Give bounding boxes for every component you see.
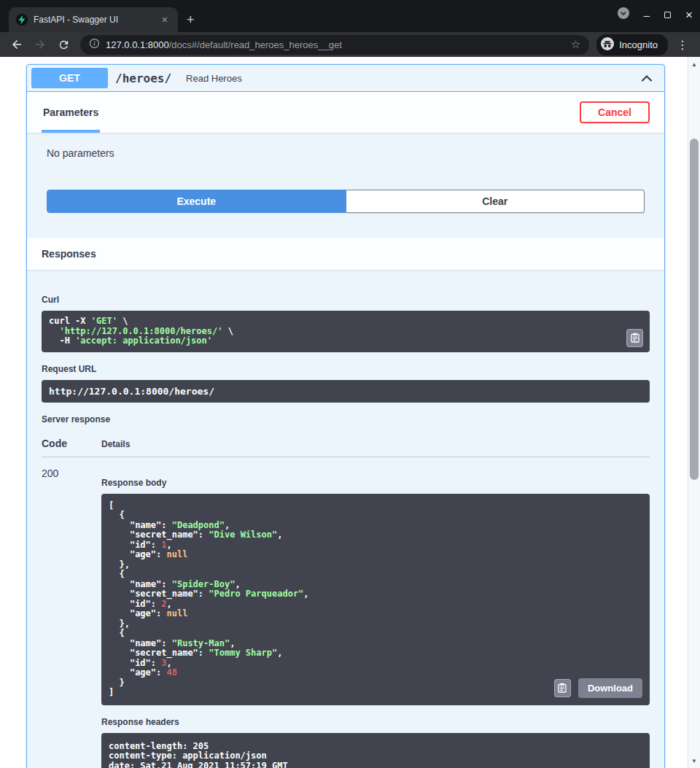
responses-body: Curl curl -X 'GET' \ 'http://127.0.0.1:8…	[27, 270, 664, 768]
clipboard-icon	[558, 683, 567, 693]
tab-bar: FastAPI - Swagger UI × + – ×	[0, 0, 700, 32]
incognito-label: Incognito	[619, 39, 658, 50]
new-tab-button[interactable]: +	[178, 7, 203, 32]
request-url-text: http://127.0.0.1:8000/heroes/	[49, 386, 642, 397]
page-content: GET /heroes/ Read Heroes Parameters Canc…	[0, 57, 700, 768]
fastapi-favicon-icon	[16, 14, 28, 26]
address-bar[interactable]: 127.0.0.1:8000/docs#/default/read_heroes…	[80, 35, 589, 55]
parameters-title: Parameters	[42, 92, 100, 133]
maximize-button[interactable]	[664, 8, 671, 21]
status-code: 200	[42, 466, 101, 479]
response-headers-text: content-length: 205 content-type: applic…	[109, 742, 642, 768]
response-headers-label: Response headers	[101, 717, 650, 727]
browser-tab[interactable]: FastAPI - Swagger UI ×	[9, 7, 178, 32]
response-table-row: 200 Response body [ { "name": "Deadpond"…	[42, 457, 650, 768]
opblock-summary[interactable]: GET /heroes/ Read Heroes	[27, 65, 664, 92]
response-table-header: Code Details	[42, 430, 650, 457]
tab-close-icon[interactable]: ×	[159, 13, 171, 26]
minimize-button[interactable]: –	[644, 9, 650, 20]
cancel-button[interactable]: Cancel	[580, 101, 650, 123]
url-text: 127.0.0.1:8000/docs#/default/read_heroes…	[106, 39, 565, 50]
copy-response-button[interactable]	[554, 679, 571, 697]
scroll-down-icon[interactable]: ▼	[688, 755, 700, 767]
response-body-controls: Download	[554, 678, 642, 698]
reload-button[interactable]	[54, 35, 73, 54]
back-button[interactable]	[7, 35, 26, 54]
menu-icon[interactable]: ⋮	[672, 38, 693, 52]
download-button[interactable]: Download	[578, 678, 642, 698]
response-body-block: [ { "name": "Deadpond", "secret_name": "…	[101, 494, 650, 705]
request-url-block: http://127.0.0.1:8000/heroes/	[42, 380, 650, 403]
url-path: /docs#/default/read_heroes_heroes__get	[169, 39, 342, 50]
method-badge: GET	[31, 68, 108, 88]
server-response-label: Server response	[42, 414, 650, 424]
site-info-icon[interactable]	[89, 38, 100, 52]
parameters-body: No parameters Execute Clear	[27, 133, 664, 238]
scroll-up-icon[interactable]: ▲	[688, 58, 700, 70]
responses-header: Responses	[27, 238, 664, 270]
clipboard-icon	[631, 333, 639, 343]
incognito-badge: Incognito	[596, 34, 668, 55]
response-headers-block: content-length: 205 content-type: applic…	[101, 733, 650, 768]
forward-button[interactable]	[31, 35, 50, 54]
search-tabs-icon[interactable]	[618, 7, 629, 22]
response-body-label: Response body	[101, 478, 650, 488]
request-url-label: Request URL	[42, 364, 650, 374]
bookmark-star-icon[interactable]: ☆	[571, 38, 580, 51]
scrollbar-thumb[interactable]	[690, 139, 699, 480]
responses-title: Responses	[42, 248, 96, 260]
scrollbar[interactable]: ▲ ▼	[688, 57, 700, 768]
browser-toolbar: 127.0.0.1:8000/docs#/default/read_heroes…	[0, 32, 700, 57]
incognito-icon	[601, 37, 614, 53]
parameters-header: Parameters Cancel	[27, 92, 664, 133]
url-host: 127.0.0.1:8000	[106, 39, 169, 50]
execute-row: Execute Clear	[47, 190, 645, 213]
maximize-icon	[664, 12, 671, 18]
endpoint-path: /heroes/	[115, 71, 171, 85]
window-controls: – ×	[618, 0, 693, 29]
details-column-header: Details	[101, 439, 130, 449]
opblock-get-heroes: GET /heroes/ Read Heroes Parameters Canc…	[26, 64, 665, 768]
curl-command-text: curl -X 'GET' \ 'http://127.0.0.1:8000/h…	[49, 317, 615, 346]
endpoint-summary: Read Heroes	[186, 73, 641, 84]
copy-curl-button[interactable]	[626, 329, 643, 347]
execute-button[interactable]: Execute	[47, 190, 346, 213]
curl-label: Curl	[42, 295, 650, 305]
code-column-header: Code	[42, 438, 101, 449]
response-body-text: [ { "name": "Deadpond", "secret_name": "…	[109, 501, 642, 698]
window-close-button[interactable]: ×	[685, 9, 693, 21]
tab-title: FastAPI - Swagger UI	[34, 15, 153, 25]
collapse-chevron-icon[interactable]	[641, 74, 653, 82]
no-parameters-text: No parameters	[42, 147, 645, 159]
curl-command-block: curl -X 'GET' \ 'http://127.0.0.1:8000/h…	[42, 311, 650, 352]
clear-button[interactable]: Clear	[346, 190, 645, 213]
